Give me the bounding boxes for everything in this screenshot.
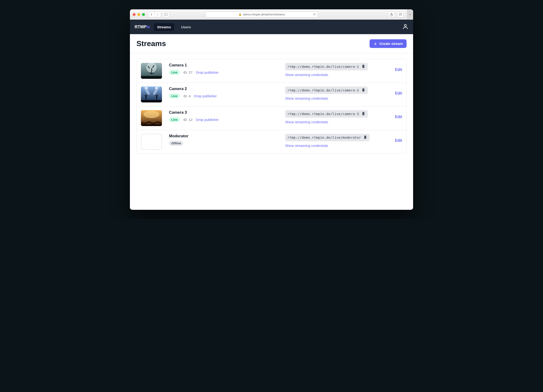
drop-publisher-link[interactable]: Drop publisher [196, 70, 219, 74]
new-tab-button[interactable]: ＋ [407, 9, 413, 20]
svg-rect-29 [141, 124, 162, 126]
svg-point-24 [154, 122, 156, 124]
stream-meta: Camera 3 Live 12 Drop publisher [169, 110, 280, 122]
edit-stream-link[interactable]: Edit [395, 67, 402, 72]
tabs-button[interactable] [397, 12, 404, 17]
sidebar-toggle-button[interactable] [163, 12, 170, 17]
share-button[interactable] [388, 12, 395, 17]
edit-stream-link[interactable]: Edit [395, 91, 402, 95]
svg-rect-12 [141, 100, 162, 102]
create-stream-button[interactable]: ＋ Create stream [370, 39, 407, 48]
viewer-count: 12 [183, 118, 193, 122]
close-window-button[interactable] [133, 13, 136, 16]
minimize-window-button[interactable] [137, 13, 140, 16]
svg-point-22 [151, 122, 153, 124]
address-bar[interactable]: 🔒 demo.rtmpie.de/admin/streams ⟳ [205, 11, 318, 17]
status-badge: Offline [169, 141, 183, 146]
nav-streams[interactable]: Streams [154, 23, 174, 31]
forward-button[interactable] [154, 12, 161, 17]
clipboard-icon [361, 112, 365, 116]
app-header: RTMPie Streams Users [130, 20, 413, 34]
svg-point-19 [147, 121, 149, 123]
stream-url-box: rtmp://demo.rtmpie.de/live/camera-1 [285, 63, 368, 70]
back-button[interactable] [148, 12, 155, 17]
stream-row: Camera 2 Live 4 Drop publisher rtmp://de… [137, 83, 406, 106]
drop-publisher-link[interactable]: Drop publisher [194, 94, 217, 98]
show-credentials-link[interactable]: Show streaming credentials [285, 96, 328, 100]
svg-point-16 [143, 123, 145, 124]
url-column: rtmp://demo.rtmpie.de/live/camera-3 Show… [285, 110, 381, 124]
stream-name: Camera 3 [169, 110, 280, 115]
eye-icon [183, 94, 187, 98]
copy-url-button[interactable] [361, 64, 365, 69]
svg-point-28 [160, 122, 162, 124]
svg-rect-8 [141, 76, 162, 79]
stream-url-box: rtmp://demo.rtmpie.de/live/camera-3 [285, 110, 368, 118]
content: Camera 1 Live 27 Drop publisher rtmp://d… [130, 53, 413, 168]
stream-thumbnail[interactable] [141, 87, 162, 102]
svg-point-20 [149, 121, 150, 123]
clipboard-icon [363, 135, 367, 139]
eye-icon [183, 70, 187, 75]
stream-url-box: rtmp://demo.rtmpie.de/live/moderator [285, 134, 370, 141]
viewer-count: 4 [183, 94, 191, 98]
stream-meta: Camera 2 Live 4 Drop publisher [169, 87, 280, 98]
show-credentials-link[interactable]: Show streaming credentials [285, 73, 328, 77]
window-controls [133, 13, 145, 16]
show-credentials-link[interactable]: Show streaming credentials [285, 144, 328, 148]
edit-column: Edit [386, 110, 402, 119]
nav-users[interactable]: Users [178, 23, 194, 31]
stream-thumbnail[interactable] [141, 110, 162, 126]
url-column: rtmp://demo.rtmpie.de/live/moderator Sho… [285, 134, 381, 148]
svg-rect-9 [141, 87, 162, 102]
stream-name: Moderator [169, 134, 280, 139]
stream-thumbnail[interactable] [141, 63, 162, 79]
clipboard-icon [361, 64, 365, 68]
stream-row: Moderator Offline rtmp://demo.rtmpie.de/… [137, 130, 406, 153]
status-row: Live 12 Drop publisher [169, 117, 280, 122]
stream-thumbnail-placeholder[interactable] [141, 134, 162, 150]
stream-url: rtmp://demo.rtmpie.de/live/camera-3 [287, 112, 359, 116]
svg-point-10 [146, 87, 148, 89]
browser-window: 🔒 demo.rtmpie.de/admin/streams ⟳ ＋ RTMPi… [130, 9, 413, 210]
status-row: Live 27 Drop publisher [169, 70, 280, 75]
maximize-window-button[interactable] [142, 13, 145, 16]
clipboard-icon [361, 88, 365, 92]
svg-point-15 [141, 122, 143, 124]
edit-stream-link[interactable]: Edit [395, 139, 402, 142]
copy-url-button[interactable] [363, 135, 367, 140]
url-column: rtmp://demo.rtmpie.de/live/camera-1 Show… [285, 63, 381, 77]
eye-icon [183, 118, 187, 122]
status-row: Offline [169, 141, 280, 146]
reload-icon[interactable]: ⟳ [313, 13, 316, 16]
stream-meta: Camera 1 Live 27 Drop publisher [169, 63, 280, 75]
logo[interactable]: RTMPie [135, 25, 150, 29]
page-header: Streams ＋ Create stream [130, 34, 413, 53]
edit-stream-link[interactable]: Edit [395, 115, 402, 119]
url-column: rtmp://demo.rtmpie.de/live/camera-2 Show… [285, 87, 381, 100]
svg-point-14 [143, 111, 159, 118]
drop-publisher-link[interactable]: Drop publisher [196, 118, 219, 122]
copy-url-button[interactable] [361, 88, 365, 93]
svg-rect-0 [165, 13, 168, 16]
stream-meta: Moderator Offline [169, 134, 280, 146]
url-text: demo.rtmpie.de/admin/streams [243, 13, 285, 16]
svg-rect-4 [399, 14, 401, 16]
copy-url-button[interactable] [361, 112, 365, 116]
edit-column: Edit [386, 63, 402, 72]
edit-column: Edit [386, 87, 402, 95]
show-credentials-link[interactable]: Show streaming credentials [285, 120, 328, 124]
page-title: Streams [136, 39, 166, 48]
stream-url-box: rtmp://demo.rtmpie.de/live/camera-2 [285, 87, 368, 94]
svg-point-26 [157, 121, 159, 123]
stream-name: Camera 2 [169, 87, 280, 91]
browser-titlebar: 🔒 demo.rtmpie.de/admin/streams ⟳ ＋ [130, 9, 413, 20]
svg-point-17 [144, 123, 146, 124]
logo-text-prefix: RTMP [135, 25, 147, 29]
svg-point-11 [155, 87, 157, 89]
viewer-count: 27 [183, 70, 193, 75]
stream-url: rtmp://demo.rtmpie.de/live/camera-2 [287, 88, 359, 92]
user-menu-button[interactable] [402, 23, 408, 30]
nav-back-forward [148, 12, 161, 17]
edit-column: Edit [386, 134, 402, 143]
